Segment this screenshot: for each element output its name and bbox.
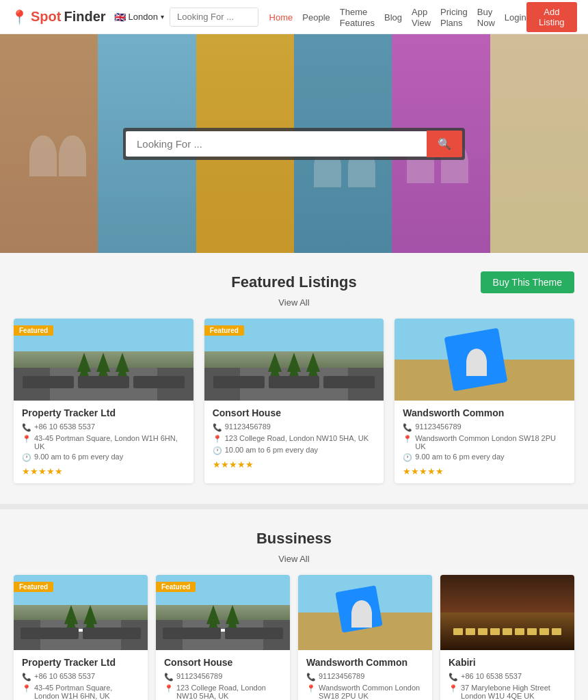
biz-card-address-4: 📍 37 Marylebone High Street London W1U 4… bbox=[449, 684, 566, 700]
business-section: Bussiness View All Featured bbox=[0, 509, 588, 700]
parked-cars bbox=[23, 376, 184, 388]
location-label: London bbox=[129, 12, 158, 22]
nav-item-app-view[interactable]: App View bbox=[412, 6, 431, 28]
card-image-3 bbox=[395, 319, 574, 401]
nav-item-login[interactable]: Login bbox=[505, 12, 526, 23]
biz-location-icon-3: 📍 bbox=[306, 684, 316, 693]
card-stars-1: ★★★★★ bbox=[22, 466, 185, 476]
shop-lights bbox=[440, 612, 574, 650]
nav-item-theme-features[interactable]: Theme Features bbox=[340, 6, 375, 28]
biz-card-image-3 bbox=[298, 575, 432, 650]
card-title-2: Consort House bbox=[213, 407, 376, 418]
brand-name-finder: Finder bbox=[64, 9, 105, 25]
biz-card-phone-4: 📞 +86 10 6538 5537 bbox=[449, 672, 566, 682]
card-address-2: 📍 123 College Road, London NW10 5HA, UK bbox=[213, 434, 376, 444]
biz-phone-icon-4: 📞 bbox=[449, 673, 458, 682]
card-address-1: 📍 43-45 Portman Square, London W1H 6HN, … bbox=[22, 434, 185, 450]
card-image-1: Featured bbox=[14, 319, 193, 401]
featured-section: Featured Listings Buy This Theme View Al… bbox=[0, 253, 588, 504]
hero-search: 🔍 bbox=[123, 128, 465, 160]
business-card-3: Wandsworth Common 📞 91123456789 📍 Wandsw… bbox=[298, 575, 432, 700]
business-card-4: Kabiri 📞 +86 10 6538 5537 📍 37 Marylebon… bbox=[440, 575, 574, 700]
card-address-3: 📍 Wandsworth Common London SW18 2PU UK bbox=[403, 434, 566, 450]
location-selector[interactable]: 🇬🇧 London ▾ bbox=[114, 12, 164, 23]
biz-badge-2: Featured bbox=[156, 582, 196, 592]
biz-phone-icon-2: 📞 bbox=[164, 673, 174, 682]
nav-item-buy-now[interactable]: Buy Now bbox=[477, 6, 495, 28]
nav-item-pricing[interactable]: Pricing Plans bbox=[440, 6, 468, 28]
featured-view-all: View All bbox=[14, 297, 574, 308]
card-body-2: Consort House 📞 91123456789 📍 123 Colleg… bbox=[204, 401, 384, 476]
location-icon-2: 📍 bbox=[213, 435, 222, 444]
featured-title: Featured Listings bbox=[231, 273, 356, 291]
logo-icon: 📍 bbox=[11, 9, 28, 25]
card-hours-1: 🕐 9.00 am to 6 pm every day bbox=[22, 453, 185, 462]
nav-item-blog[interactable]: Blog bbox=[384, 12, 402, 23]
location-icon-3: 📍 bbox=[403, 435, 412, 444]
card-body-1: Property Tracker Ltd 📞 +86 10 6538 5537 … bbox=[14, 401, 193, 483]
parked-cars-2 bbox=[213, 376, 375, 388]
nav-link-app-view: App View bbox=[412, 7, 431, 28]
biz-child-3 bbox=[351, 600, 372, 628]
biz-card-address-2: 📍 123 College Road, London NW10 5HA, UK bbox=[164, 684, 282, 700]
featured-card-2: Featured Consort House 📞 91123456789 📍 1… bbox=[204, 319, 384, 483]
biz-card-image-2: Featured bbox=[156, 575, 290, 650]
featured-card-1: Featured Property Tracker Ltd 📞 +86 10 6… bbox=[14, 319, 193, 483]
nav-link-login: Login bbox=[505, 12, 526, 23]
biz-card-title-3: Wandsworth Common bbox=[306, 657, 424, 668]
add-listing-button[interactable]: Add Listing bbox=[526, 2, 577, 32]
business-title: Bussiness bbox=[256, 530, 332, 548]
location-flag: 🇬🇧 bbox=[114, 12, 126, 23]
biz-location-icon-4: 📍 bbox=[449, 684, 458, 693]
biz-card-phone-1: 📞 +86 10 6538 5537 bbox=[22, 672, 139, 682]
navbar-search: 🔍 bbox=[170, 8, 258, 27]
hero-section: 🔍 bbox=[0, 34, 588, 253]
biz-location-icon-1: 📍 bbox=[22, 684, 31, 693]
phone-icon-1: 📞 bbox=[22, 423, 31, 432]
featured-view-all-link[interactable]: View All bbox=[278, 297, 309, 308]
trees bbox=[14, 353, 193, 372]
clock-icon-2: 🕐 bbox=[213, 446, 222, 455]
hero-search-input[interactable] bbox=[126, 131, 427, 157]
biz-card-body-4: Kabiri 📞 +86 10 6538 5537 📍 37 Marylebon… bbox=[440, 650, 574, 700]
featured-header: Featured Listings Buy This Theme bbox=[14, 273, 574, 291]
biz-card-body-1: Property Tracker Ltd 📞 +86 10 6538 5537 … bbox=[14, 650, 148, 700]
biz-card-address-3: 📍 Wandsworth Common London SW18 2PU UK bbox=[306, 684, 424, 700]
location-icon-1: 📍 bbox=[22, 435, 31, 444]
brand-logo[interactable]: 📍 SpotFinder bbox=[11, 9, 106, 25]
card-stars-2: ★★★★★ bbox=[213, 459, 376, 470]
biz-card-title-2: Consort House bbox=[164, 657, 282, 668]
navbar-search-input[interactable] bbox=[170, 8, 258, 25]
nav-link-buy-now: Buy Now bbox=[477, 7, 495, 28]
biz-phone-icon-1: 📞 bbox=[22, 673, 31, 682]
card-phone-2: 📞 91123456789 bbox=[213, 422, 376, 432]
nav-link-pricing: Pricing Plans bbox=[440, 7, 468, 28]
biz-location-icon-2: 📍 bbox=[164, 684, 174, 693]
tree-4 bbox=[268, 353, 282, 372]
business-cards-grid: Featured Property Tracker Ltd 📞 +86 10 6… bbox=[14, 575, 574, 700]
card-body-3: Wandsworth Common 📞 91123456789 📍 Wandsw… bbox=[395, 401, 574, 483]
tree-1 bbox=[77, 353, 91, 372]
business-header: Bussiness bbox=[14, 530, 574, 548]
featured-badge-1: Featured bbox=[14, 325, 53, 336]
nav-link-blog: Blog bbox=[384, 12, 402, 23]
business-view-all: View All bbox=[14, 553, 574, 564]
nav-item-people[interactable]: People bbox=[302, 12, 330, 23]
card-phone-3: 📞 91123456789 bbox=[403, 422, 566, 432]
featured-cards-grid: Featured Property Tracker Ltd 📞 +86 10 6… bbox=[14, 319, 574, 483]
tree-5 bbox=[287, 353, 301, 372]
biz-card-phone-3: 📞 91123456789 bbox=[306, 672, 424, 682]
hero-search-button[interactable]: 🔍 bbox=[427, 131, 462, 157]
biz-card-phone-2: 📞 91123456789 bbox=[164, 672, 282, 682]
navbar: 📍 SpotFinder 🇬🇧 London ▾ 🔍 Home People T… bbox=[0, 0, 588, 34]
nav-item-home[interactable]: Home bbox=[269, 12, 293, 23]
featured-badge-2: Featured bbox=[204, 325, 244, 336]
biz-card-body-2: Consort House 📞 91123456789 📍 123 Colleg… bbox=[156, 650, 290, 700]
card-hours-3: 🕐 9.00 am to 6 pm every day bbox=[403, 453, 566, 462]
clock-icon-3: 🕐 bbox=[403, 453, 412, 462]
featured-card-3: Wandsworth Common 📞 91123456789 📍 Wandsw… bbox=[395, 319, 574, 483]
buy-theme-button[interactable]: Buy This Theme bbox=[481, 271, 574, 293]
business-view-all-link[interactable]: View All bbox=[278, 554, 309, 564]
card-hours-2: 🕐 10.00 am to 6 pm every day bbox=[213, 446, 376, 455]
biz-card-body-3: Wandsworth Common 📞 91123456789 📍 Wandsw… bbox=[298, 650, 432, 700]
